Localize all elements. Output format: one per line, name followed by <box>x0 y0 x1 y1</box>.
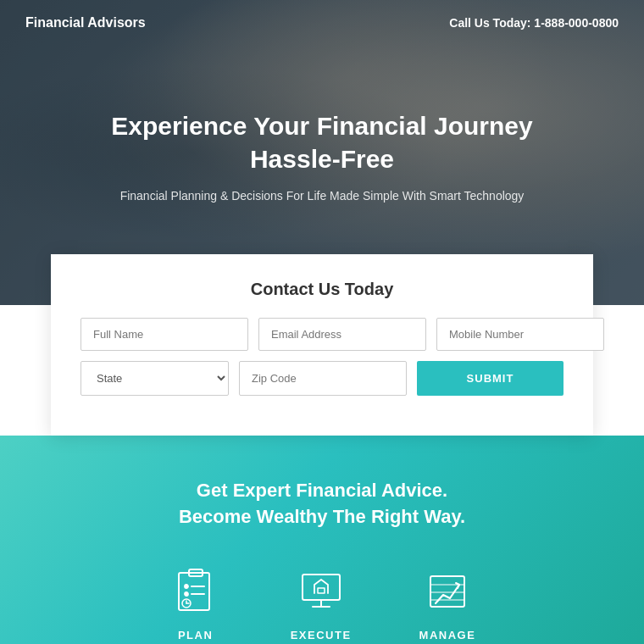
site-header: Financial Advisors Call Us Today: 1-888-… <box>0 0 644 46</box>
zip-input[interactable] <box>239 361 407 396</box>
form-row-1 <box>80 318 564 351</box>
feature-execute: EXECUTE <box>291 564 352 641</box>
svg-rect-9 <box>303 575 340 600</box>
hero-subtitle: Financial Planning & Decisions For Life … <box>64 187 580 205</box>
full-name-input[interactable] <box>80 318 248 351</box>
bottom-title: Get Expert Financial Advice. Become Weal… <box>25 478 619 530</box>
bottom-title-line1: Get Expert Financial Advice. <box>197 480 447 501</box>
state-select[interactable]: State AlabamaAlaskaArizona ArkansasCalif… <box>80 361 229 396</box>
feature-plan: PLAN <box>169 564 223 641</box>
brand-logo: Financial Advisors <box>25 15 146 31</box>
manage-icon-box <box>420 564 475 619</box>
manage-icon <box>422 566 473 617</box>
plan-label: PLAN <box>178 629 213 641</box>
phone-info: Call Us Today: 1-888-000-0800 <box>449 16 619 30</box>
hero-content: Experience Your Financial Journey Hassle… <box>64 109 580 205</box>
svg-rect-0 <box>179 573 209 610</box>
phone-number: 1-888-000-0800 <box>534 16 619 30</box>
features-row: PLAN EXECUTE <box>25 564 619 641</box>
execute-icon <box>296 566 347 617</box>
bottom-section: Get Expert Financial Advice. Become Weal… <box>0 436 644 644</box>
svg-rect-10 <box>318 588 325 593</box>
manage-label: MANAGE <box>419 629 476 641</box>
svg-point-4 <box>185 592 188 596</box>
execute-icon-box <box>294 564 348 619</box>
execute-label: EXECUTE <box>291 629 352 641</box>
plan-icon-box <box>169 564 223 619</box>
email-input[interactable] <box>258 318 426 351</box>
plan-icon <box>170 566 221 617</box>
bottom-title-line2: Become Wealthy The Right Way. <box>179 506 465 527</box>
mobile-input[interactable] <box>436 318 604 351</box>
contact-form-section: Contact Us Today State AlabamaAlaskaAriz… <box>51 254 593 436</box>
svg-point-2 <box>185 585 188 588</box>
phone-label: Call Us Today: <box>449 16 530 30</box>
hero-title: Experience Your Financial Journey Hassle… <box>64 109 580 175</box>
form-title: Contact Us Today <box>80 280 564 299</box>
feature-manage: MANAGE <box>419 564 476 641</box>
form-row-2: State AlabamaAlaskaArizona ArkansasCalif… <box>80 361 564 396</box>
submit-button[interactable]: SUBMIT <box>417 361 564 396</box>
